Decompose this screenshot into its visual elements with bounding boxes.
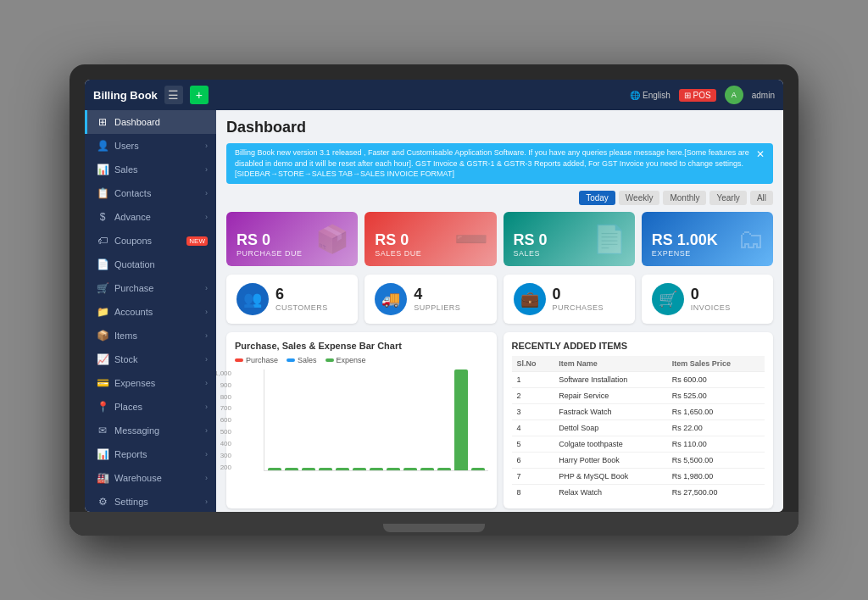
top-bar-left: Billing Book ☰ + — [93, 86, 209, 104]
sidebar-item-settings[interactable]: ⚙ Settings › — [85, 490, 216, 512]
app-logo: Billing Book — [93, 89, 158, 102]
sidebar-label-warehouse: Warehouse — [114, 473, 200, 483]
avatar: A — [725, 86, 743, 104]
chevron-icon: › — [205, 379, 208, 387]
language-selector[interactable]: 🌐 English — [630, 91, 670, 100]
warehouse-icon: 🏭 — [96, 472, 109, 484]
customers-label: CUSTOMERS — [275, 303, 328, 312]
menu-button[interactable]: ☰ — [164, 86, 183, 104]
sidebar-item-dashboard[interactable]: ⊞ Dashboard — [85, 110, 216, 134]
reports-icon: 📊 — [96, 448, 109, 460]
cell-price: Rs 5,500.00 — [667, 452, 765, 468]
y-axis-labels: 1,000 900 800 700 600 500 400 300 200 — [216, 369, 231, 471]
sidebar-label-contacts: Contacts — [114, 188, 200, 198]
table-row: 8 Relax Watch Rs 27,500.00 — [512, 484, 765, 500]
chart-title: Purchase, Sales & Expense Bar Chart — [235, 341, 488, 351]
top-bar: Billing Book ☰ + 🌐 English ⊞ POS A admin — [85, 80, 783, 110]
sidebar-label-purchase: Purchase — [114, 283, 200, 293]
sidebar-item-stock[interactable]: 📈 Stock › — [85, 347, 216, 371]
table-row: 7 PHP & MySQL Book Rs 1,980.00 — [512, 468, 765, 484]
content-area: Dashboard ✕ Billing Book new version 3.1… — [216, 110, 783, 512]
cell-name: Relax Watch — [554, 484, 667, 500]
invoices-count: 0 — [691, 286, 731, 303]
info-card-invoices[interactable]: 🛒 0 INVOICES — [642, 275, 773, 324]
info-card-customers[interactable]: 👥 6 CUSTOMERS — [226, 275, 358, 324]
purchases-label: PURCHASES — [553, 303, 604, 312]
bar-5 — [336, 468, 349, 469]
sidebar-item-sales[interactable]: 📊 Sales › — [85, 158, 216, 181]
sidebar-item-users[interactable]: 👤 Users › — [85, 134, 216, 158]
cell-price: Rs 1,980.00 — [667, 468, 765, 484]
bar-8 — [387, 468, 400, 469]
sidebar-label-settings: Settings — [114, 497, 200, 507]
filter-today[interactable]: Today — [579, 191, 615, 205]
info-card-purchases[interactable]: 💼 0 PURCHASES — [504, 275, 635, 324]
sidebar: ⊞ Dashboard 👤 Users › 📊 Sales › 📋 — [85, 110, 216, 512]
bar-7 — [370, 468, 383, 469]
legend-sales: Sales — [287, 356, 317, 364]
sidebar-item-quotation[interactable]: 📄 Quotation — [85, 253, 216, 276]
info-card-suppliers[interactable]: 🚚 4 SUPPLIERS — [364, 275, 496, 324]
sidebar-item-reports[interactable]: 📊 Reports › — [85, 442, 216, 466]
page-title: Dashboard — [226, 119, 773, 136]
alert-close[interactable]: ✕ — [756, 147, 765, 162]
cell-sl: 3 — [512, 403, 554, 419]
invoices-icon: 🛒 — [652, 283, 684, 315]
sidebar-label-quotation: Quotation — [114, 259, 208, 269]
table-header-row: Sl.No Item Name Item Sales Price — [512, 356, 765, 372]
sidebar-item-contacts[interactable]: 📋 Contacts › — [85, 181, 216, 205]
filter-all[interactable]: All — [750, 191, 773, 205]
bar-2 — [285, 468, 298, 469]
bottom-section: Purchase, Sales & Expense Bar Chart Purc… — [226, 332, 773, 508]
col-slno: Sl.No — [512, 356, 554, 372]
info-row: 👥 6 CUSTOMERS 🚚 4 SUPPLIERS — [226, 275, 773, 324]
top-bar-right: 🌐 English ⊞ POS A admin — [630, 86, 775, 104]
items-section: RECENTLY ADDED ITEMS Sl.No Item Name Ite… — [504, 332, 774, 508]
sidebar-item-messaging[interactable]: ✉ Messaging › — [85, 419, 216, 442]
sidebar-label-users: Users — [114, 141, 200, 151]
cell-price: Rs 1,650.00 — [667, 403, 765, 419]
sidebar-item-warehouse[interactable]: 🏭 Warehouse › — [85, 466, 216, 490]
col-item-name: Item Name — [554, 356, 667, 372]
add-button[interactable]: + — [190, 86, 209, 104]
pos-button[interactable]: ⊞ POS — [679, 89, 716, 102]
cell-price: Rs 22.00 — [667, 419, 765, 436]
cell-sl: 8 — [512, 484, 554, 500]
filter-row: Today Weekly Monthly Yearly All — [226, 191, 773, 205]
customers-icon: 👥 — [236, 283, 269, 315]
filter-yearly[interactable]: Yearly — [709, 191, 746, 205]
advance-icon: $ — [96, 211, 109, 223]
invoices-label: INVOICES — [691, 303, 731, 312]
sidebar-item-places[interactable]: 📍 Places › — [85, 395, 216, 419]
accounts-icon: 📁 — [96, 306, 109, 318]
filter-monthly[interactable]: Monthly — [663, 191, 706, 205]
sales-label: SALES — [514, 249, 625, 258]
table-row: 3 Fastrack Watch Rs 1,650.00 — [512, 403, 765, 419]
sidebar-item-expenses[interactable]: 💳 Expenses › — [85, 371, 216, 395]
sidebar-item-coupons[interactable]: 🏷 Coupons NEW — [85, 229, 216, 253]
cell-sl: 6 — [512, 452, 554, 468]
chevron-icon: › — [205, 355, 208, 364]
cell-price: Rs 600.00 — [667, 371, 765, 387]
sidebar-item-items[interactable]: 📦 Items › — [85, 324, 216, 347]
cell-sl: 2 — [512, 387, 554, 403]
table-row: 1 Software Installation Rs 600.00 — [512, 371, 765, 387]
purchases-card-icon: 💼 — [514, 283, 546, 315]
items-table: Sl.No Item Name Item Sales Price 1 Softw… — [512, 356, 765, 500]
suppliers-data: 4 SUPPLIERS — [414, 286, 460, 312]
app-container: Billing Book ☰ + 🌐 English ⊞ POS A admin… — [85, 80, 783, 512]
sales-icon: 📊 — [96, 164, 109, 175]
users-icon: 👤 — [96, 140, 109, 152]
cell-name: Colgate toothpaste — [554, 436, 667, 452]
sales-dot — [287, 358, 295, 362]
places-icon: 📍 — [96, 401, 109, 413]
filter-weekly[interactable]: Weekly — [619, 191, 660, 205]
alert-banner: ✕ Billing Book new version 3.1 released … — [226, 143, 773, 184]
sidebar-item-advance[interactable]: $ Advance › — [85, 205, 216, 229]
table-row: 6 Harry Potter Book Rs 5,500.00 — [512, 452, 765, 468]
sidebar-label-dashboard: Dashboard — [114, 117, 208, 127]
cell-name: PHP & MySQL Book — [554, 468, 667, 484]
laptop-screen: Billing Book ☰ + 🌐 English ⊞ POS A admin… — [85, 80, 783, 512]
sidebar-item-accounts[interactable]: 📁 Accounts › — [85, 300, 216, 324]
sidebar-item-purchase[interactable]: 🛒 Purchase › — [85, 276, 216, 300]
